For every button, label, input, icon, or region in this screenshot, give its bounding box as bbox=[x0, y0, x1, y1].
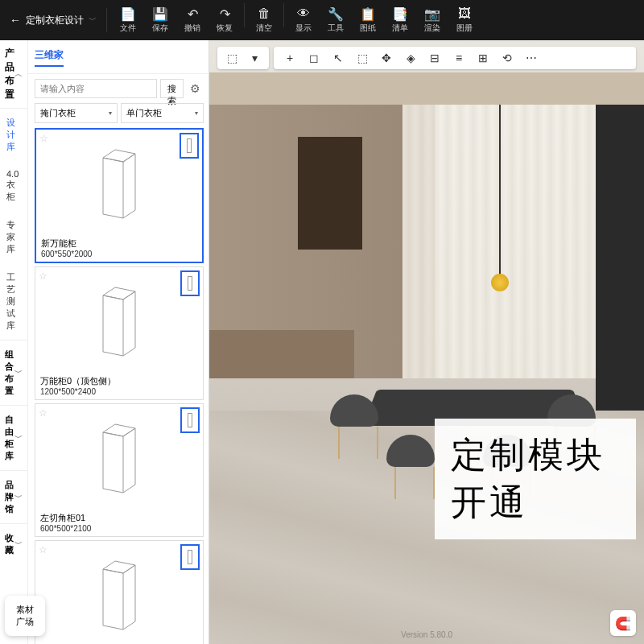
dropdown-row: 掩门衣柜 ▾ 单门衣柜 ▾ bbox=[28, 103, 210, 128]
favorite-icon[interactable]: ☆ bbox=[39, 270, 47, 282]
scene-render bbox=[209, 72, 644, 644]
nav-group-label: 自由柜库 bbox=[5, 414, 14, 462]
top-tool-图纸[interactable]: 📋图纸 bbox=[355, 3, 381, 37]
dropdown-category2[interactable]: 单门衣柜 ▾ bbox=[121, 103, 204, 123]
tool-label: 图纸 bbox=[360, 23, 376, 34]
nav-item[interactable]: 专家库 bbox=[0, 211, 27, 263]
viewport-3d[interactable]: ⬚ ▾ + ◻ ↖ ⬚ ✥ ◈ ⊟ ≡ ⊞ ⟲ ⋯ bbox=[209, 40, 644, 644]
chevron-up-icon: ︿ bbox=[14, 68, 23, 80]
tab-sanweijia[interactable]: 三维家 bbox=[35, 48, 64, 67]
tool-label: 工具 bbox=[328, 23, 344, 34]
favorite-icon[interactable]: ☆ bbox=[39, 544, 47, 555]
add-icon[interactable]: + bbox=[282, 50, 298, 66]
top-tool-保存[interactable]: 💾保存 bbox=[147, 3, 173, 37]
select-icon[interactable]: ⬚ bbox=[354, 50, 370, 66]
tab-row: 三维家 bbox=[28, 40, 210, 74]
tool-icon: 💾 bbox=[153, 6, 167, 21]
pendant-wire bbox=[499, 105, 501, 282]
nav-item[interactable]: 设计库 bbox=[0, 109, 27, 161]
chevron-down-icon: ▾ bbox=[109, 109, 112, 117]
top-toolbar: ← 定制衣柜设计 ﹀ 📄文件💾保存↶撤销↷恢复🗑清空👁显示🔧工具📋图纸📑清单📷渲… bbox=[0, 0, 644, 40]
nav-header[interactable]: 产品布置 ︿ bbox=[0, 40, 27, 109]
top-tool-渲染[interactable]: 📷渲染 bbox=[419, 3, 445, 37]
ruler-icon[interactable]: ⊟ bbox=[427, 50, 443, 66]
tool-label: 恢复 bbox=[217, 23, 233, 34]
nav-group[interactable]: 品牌馆﹀ bbox=[0, 470, 27, 523]
cursor-icon[interactable]: ↖ bbox=[330, 50, 346, 66]
cabinet-icon bbox=[95, 142, 143, 222]
top-tool-撤销[interactable]: ↶撤销 bbox=[180, 3, 205, 37]
tool-icon: 📷 bbox=[425, 6, 440, 21]
tool-label: 显示 bbox=[295, 23, 312, 34]
paint-icon[interactable]: ◈ bbox=[402, 50, 419, 66]
filter-icon[interactable]: ⚙ bbox=[187, 82, 204, 95]
cube-icon[interactable]: ⬚ bbox=[224, 50, 240, 66]
cabinet-item[interactable]: ☆ 万能柜0（顶包侧） 1200*500*2400 bbox=[35, 266, 204, 400]
top-tool-清单[interactable]: 📑清单 bbox=[387, 3, 413, 37]
nav-item[interactable]: 工艺测试库 bbox=[0, 263, 27, 340]
tool-label: 清空 bbox=[256, 23, 272, 34]
item-list[interactable]: ☆ 新万能柜 600*550*2000 ☆ 万能柜0（顶包侧） 1200*500… bbox=[28, 128, 210, 644]
item-name: 左切角柜01 bbox=[35, 509, 203, 524]
item-thumbnail: ☆ bbox=[36, 130, 202, 234]
material-plaza-button[interactable]: 素材广场 bbox=[5, 596, 45, 636]
cabinet-icon bbox=[95, 416, 143, 497]
grid-icon[interactable]: ⊞ bbox=[475, 50, 491, 66]
align-icon[interactable]: ≡ bbox=[451, 50, 467, 66]
nav-group[interactable]: 自由柜库﹀ bbox=[0, 405, 27, 470]
item-name: 万能柜0（顶包侧） bbox=[35, 372, 203, 387]
top-tool-显示[interactable]: 👁显示 bbox=[291, 3, 316, 37]
variant-selector[interactable] bbox=[180, 407, 200, 433]
link-icon[interactable]: ⟲ bbox=[499, 50, 515, 66]
tool-icon: 📋 bbox=[361, 6, 375, 21]
overlay-banner: 定制模块开通 bbox=[435, 419, 636, 539]
top-tool-图册[interactable]: 🖼图册 bbox=[452, 3, 477, 37]
chevron-down-icon: ﹀ bbox=[14, 432, 23, 444]
search-row: 搜索 ⚙ bbox=[28, 74, 210, 103]
tool-icon: 🖼 bbox=[457, 6, 472, 21]
tool-icon: 🔧 bbox=[328, 6, 343, 21]
variant-selector[interactable] bbox=[180, 270, 200, 296]
cabinet-item[interactable]: ☆ 左切角柜01 600*500*2100 bbox=[35, 403, 204, 537]
magnet-button[interactable]: 🧲 bbox=[610, 610, 636, 636]
ceiling bbox=[209, 72, 644, 105]
chevron-down-icon: ﹀ bbox=[14, 539, 23, 550]
cabinet-item[interactable]: ☆ bbox=[35, 540, 204, 644]
item-thumbnail: ☆ bbox=[35, 541, 203, 644]
search-button[interactable]: 搜索 bbox=[160, 79, 184, 98]
chevron-down-icon[interactable]: ▾ bbox=[246, 50, 262, 66]
top-tools-group: 📄文件💾保存↶撤销↷恢复🗑清空👁显示🔧工具📋图纸📑清单📷渲染🖼图册 bbox=[107, 3, 485, 37]
tool-icon: ↶ bbox=[185, 6, 200, 21]
favorite-icon[interactable]: ☆ bbox=[39, 133, 48, 144]
nav-group[interactable]: 收藏﹀ bbox=[0, 523, 27, 564]
dropdown1-label: 掩门衣柜 bbox=[40, 107, 76, 119]
item-dimensions: 1200*500*2400 bbox=[35, 387, 203, 399]
box-icon[interactable]: ◻ bbox=[306, 50, 322, 66]
back-arrow-icon[interactable]: ← bbox=[10, 14, 21, 27]
top-tool-恢复[interactable]: ↷恢复 bbox=[212, 3, 237, 37]
top-tool-工具[interactable]: 🔧工具 bbox=[323, 3, 349, 37]
tool-icon: 👁 bbox=[296, 6, 311, 21]
variant-selector[interactable] bbox=[180, 133, 199, 159]
dropdown-category1[interactable]: 掩门衣柜 ▾ bbox=[35, 103, 118, 123]
cabinet-item[interactable]: ☆ 新万能柜 600*550*2000 bbox=[35, 128, 204, 263]
content-column: 三维家 搜索 ⚙ 掩门衣柜 ▾ 单门衣柜 ▾ ☆ bbox=[28, 40, 210, 644]
variant-selector[interactable] bbox=[180, 544, 200, 570]
nav-group[interactable]: 组合布置﹀ bbox=[0, 340, 27, 405]
nav-item[interactable]: 4.0衣柜 bbox=[0, 161, 27, 211]
more-icon[interactable]: ⋯ bbox=[523, 50, 539, 66]
favorite-icon[interactable]: ☆ bbox=[39, 407, 47, 419]
nav-group-label: 组合布置 bbox=[5, 349, 14, 397]
counter bbox=[209, 330, 354, 378]
chair bbox=[330, 394, 386, 459]
tool-label: 文件 bbox=[120, 23, 136, 34]
tool-label: 清单 bbox=[392, 23, 408, 34]
pendant-bulb bbox=[491, 274, 509, 291]
search-input[interactable] bbox=[35, 79, 157, 98]
left-panel: 产品布置 ︿ 设计库4.0衣柜专家库工艺测试库 组合布置﹀自由柜库﹀品牌馆﹀收藏… bbox=[0, 40, 209, 644]
top-tool-文件[interactable]: 📄文件 bbox=[115, 3, 141, 37]
move-icon[interactable]: ✥ bbox=[378, 50, 394, 66]
chevron-down-icon[interactable]: ﹀ bbox=[89, 14, 97, 26]
tool-label: 图册 bbox=[456, 23, 473, 34]
top-tool-清空[interactable]: 🗑清空 bbox=[251, 3, 277, 37]
